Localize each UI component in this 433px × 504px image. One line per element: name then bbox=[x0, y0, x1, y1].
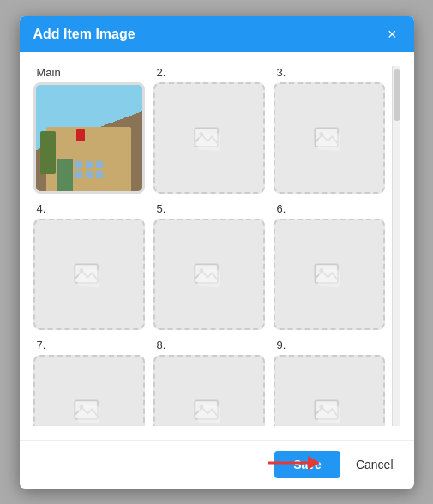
image-grid-area: Main2. 3. 4. bbox=[33, 66, 392, 426]
image-grid: Main2. 3. 4. bbox=[33, 66, 392, 426]
svg-rect-19 bbox=[317, 268, 340, 287]
svg-rect-7 bbox=[317, 132, 340, 151]
image-placeholder-icon bbox=[192, 257, 226, 291]
image-placeholder-icon bbox=[312, 393, 346, 426]
grid-cell-box-4[interactable] bbox=[33, 219, 145, 330]
grid-cell-box-2[interactable] bbox=[153, 82, 265, 194]
grid-cell-label-4: 4. bbox=[37, 202, 46, 215]
grid-cell-box-8[interactable] bbox=[153, 355, 265, 426]
grid-cell-2: 2. bbox=[153, 66, 265, 194]
grid-cell-label-6: 6. bbox=[277, 202, 286, 215]
svg-rect-31 bbox=[317, 405, 340, 423]
grid-cell-label-5: 5. bbox=[157, 202, 166, 215]
image-placeholder-icon bbox=[312, 257, 346, 291]
add-item-image-modal: Add Item Image × Main2. 3. bbox=[20, 16, 414, 489]
grid-cell-8: 8. bbox=[153, 339, 265, 426]
grid-cell-box-3[interactable] bbox=[274, 82, 385, 194]
grid-cell-1: Main bbox=[33, 66, 145, 194]
grid-cell-box-9[interactable] bbox=[274, 355, 385, 426]
palm-tree-decoration bbox=[40, 131, 56, 174]
grid-cell-9: 9. bbox=[274, 339, 385, 426]
svg-rect-27 bbox=[197, 405, 220, 423]
svg-rect-11 bbox=[77, 268, 100, 287]
grid-cell-4: 4. bbox=[33, 202, 145, 330]
flag-decoration bbox=[76, 129, 85, 141]
grid-cell-box-6[interactable] bbox=[274, 219, 385, 330]
grid-cell-label-3: 3. bbox=[277, 66, 286, 79]
grid-cell-3: 3. bbox=[274, 66, 385, 194]
grid-cell-box-1[interactable] bbox=[33, 82, 145, 194]
svg-marker-33 bbox=[308, 456, 320, 470]
modal-header: Add Item Image × bbox=[20, 16, 414, 52]
grid-cell-box-5[interactable] bbox=[153, 219, 265, 330]
modal-title: Add Item Image bbox=[33, 27, 135, 42]
main-image-preview bbox=[36, 85, 142, 191]
grid-cell-label-1: Main bbox=[37, 66, 61, 79]
grid-cell-label-8: 8. bbox=[157, 339, 166, 351]
image-placeholder-icon bbox=[192, 121, 226, 155]
image-placeholder-icon bbox=[72, 393, 106, 426]
grid-cell-5: 5. bbox=[153, 202, 265, 330]
modal-close-button[interactable]: × bbox=[384, 27, 400, 42]
modal-body: Main2. 3. 4. bbox=[20, 52, 414, 440]
arrow-indicator bbox=[268, 453, 320, 477]
svg-rect-23 bbox=[77, 405, 100, 423]
scrollbar-track[interactable] bbox=[392, 66, 400, 426]
image-placeholder-icon bbox=[192, 393, 226, 426]
scrollbar-thumb[interactable] bbox=[394, 69, 400, 121]
grid-cell-6: 6. bbox=[274, 202, 385, 330]
svg-rect-3 bbox=[197, 132, 220, 151]
grid-cell-label-9: 9. bbox=[277, 339, 286, 351]
grid-cell-label-2: 2. bbox=[157, 66, 166, 79]
cancel-button[interactable]: Cancel bbox=[349, 451, 400, 478]
building-windows bbox=[75, 161, 103, 178]
image-placeholder-icon bbox=[72, 257, 106, 291]
svg-rect-15 bbox=[197, 268, 220, 287]
modal-footer: Save Cancel bbox=[20, 440, 414, 489]
grid-cell-box-7[interactable] bbox=[33, 355, 145, 426]
grid-cell-7: 7. bbox=[33, 339, 145, 426]
grid-cell-label-7: 7. bbox=[37, 339, 46, 351]
image-placeholder-icon bbox=[312, 121, 346, 155]
